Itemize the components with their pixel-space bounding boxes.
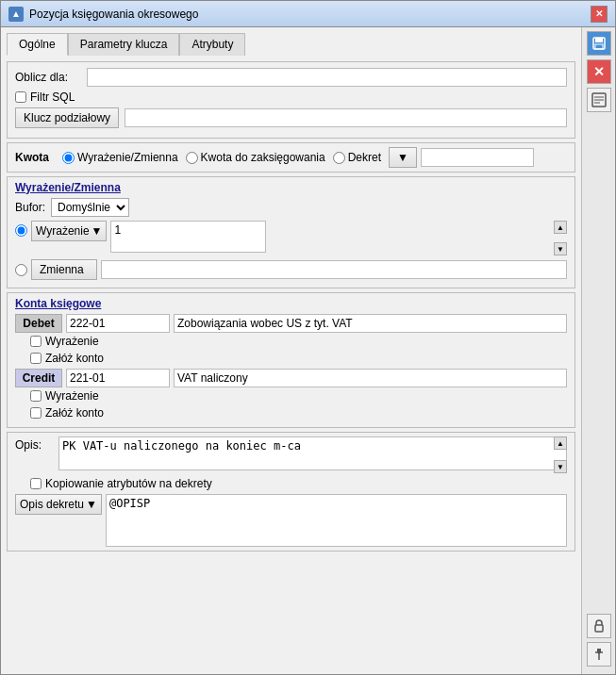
credit-zaloz-label: Załóż konto <box>45 406 104 420</box>
konta-ksiegowe-section: Konta księgowe Debet Wyrażenie Załóż kon… <box>7 292 575 428</box>
svg-rect-1 <box>595 38 603 42</box>
opis-row: Opis: PK VAT-u naliczonego na koniec m-c… <box>15 436 567 473</box>
kwota-label: Kwota <box>15 151 49 164</box>
opis-textarea-container: PK VAT-u naliczonego na koniec m-ca ▲ ▼ <box>58 436 567 473</box>
tabs: Ogólne Parametry klucza Atrybuty <box>7 33 575 56</box>
bufor-label: Bufor: <box>15 201 45 214</box>
radio-kwota-input[interactable] <box>186 152 198 164</box>
radio-wyrazenie-zmienna[interactable]: Wyrażenie/Zmienna <box>62 151 178 164</box>
radio-kwota-do-zaksiegowania[interactable]: Kwota do zaksięgowania <box>186 151 325 164</box>
credit-wyrazenie-row: Wyrażenie <box>30 389 567 403</box>
wyrazenie-zmienna-section: Wyrażenie/Zmienna Bufor: Domyślnie Tak N… <box>7 176 575 288</box>
title-bar: ▲ Pozycja księgowania okresowego ✕ <box>1 1 615 27</box>
debet-row: Debet <box>15 314 567 333</box>
kwota-section: Kwota Wyrażenie/Zmienna Kwota do zaksięg… <box>7 142 575 173</box>
zmienna-button[interactable]: Zmienna <box>31 259 97 280</box>
wyrazenie-textarea-container: 1 ▲ ▼ <box>110 221 567 255</box>
opis-section: Opis: PK VAT-u naliczonego na koniec m-c… <box>7 432 575 552</box>
debet-zaloz-checkbox[interactable] <box>30 353 42 364</box>
bufor-row: Bufor: Domyślnie Tak Nie <box>15 198 567 217</box>
dekret-area: ▼ <box>389 147 534 168</box>
wyrazenie-scrollbar: ▲ ▼ <box>554 221 567 255</box>
debet-wyrazenie-label: Wyrażenie <box>45 335 99 348</box>
tab-atrybuty[interactable]: Atrybuty <box>179 33 245 56</box>
lock-button[interactable] <box>587 614 611 638</box>
opis-scrollbar: ▲ ▼ <box>554 436 567 473</box>
wyrazenie-dropdown-button[interactable]: Wyrażenie ▼ <box>31 221 107 241</box>
filtr-sql-row: Filtr SQL <box>15 91 567 104</box>
debet-zaloz-label: Załóż konto <box>45 352 104 365</box>
save-button[interactable] <box>587 31 611 56</box>
kopiowanie-checkbox[interactable] <box>30 478 42 489</box>
window-title: Pozycja księgowania okresowego <box>29 8 198 21</box>
credit-wyrazenie-label: Wyrażenie <box>45 389 99 403</box>
credit-description-input[interactable] <box>174 369 567 387</box>
window-close-button[interactable]: ✕ <box>591 6 608 23</box>
wyrazenie-textarea[interactable]: 1 <box>110 221 266 253</box>
dekret-dropdown-button[interactable]: ▼ <box>389 147 417 168</box>
wyrazenie-radio[interactable] <box>15 224 27 237</box>
radio-wyrazenie-zmienna-input[interactable] <box>62 152 75 164</box>
klucz-podzialowy-button[interactable]: Klucz podziałowy <box>15 107 119 128</box>
credit-row: Credit <box>15 369 567 387</box>
bufor-select[interactable]: Domyślnie Tak Nie <box>51 198 129 217</box>
opis-scroll-up[interactable]: ▲ <box>554 436 567 450</box>
kopiowanie-row: Kopiowanie atrybutów na dekrety <box>30 477 567 490</box>
svg-marker-10 <box>597 649 601 654</box>
credit-wyrazenie-checkbox[interactable] <box>30 390 42 402</box>
opis-label: Opis: <box>15 436 53 452</box>
title-buttons: ✕ <box>591 6 608 23</box>
dekret-input[interactable] <box>421 148 534 167</box>
credit-zaloz-checkbox[interactable] <box>30 407 42 419</box>
opis-textarea[interactable]: PK VAT-u naliczonego na koniec m-ca <box>58 436 567 470</box>
zmienna-row: Zmienna <box>15 259 567 280</box>
scroll-up-button[interactable]: ▲ <box>554 221 567 234</box>
filtr-sql-label: Filtr SQL <box>30 91 75 104</box>
radio-dekret-input[interactable] <box>333 152 345 164</box>
klucz-row: Klucz podziałowy <box>15 107 567 128</box>
tab-parametry[interactable]: Parametry klucza <box>68 33 180 56</box>
title-bar-left: ▲ Pozycja księgowania okresowego <box>8 7 198 22</box>
sidebar: ✕ <box>581 27 615 674</box>
app-icon: ▲ <box>8 7 24 22</box>
main-window: ▲ Pozycja księgowania okresowego ✕ ✕ <box>0 0 616 675</box>
opis-scroll-down[interactable]: ▼ <box>554 460 567 473</box>
opis-dekretu-button[interactable]: Opis dekretu ▼ <box>15 494 102 515</box>
svg-rect-7 <box>595 625 603 632</box>
kopiowanie-label: Kopiowanie atrybutów na dekrety <box>45 477 212 490</box>
debet-description-input[interactable] <box>174 314 567 333</box>
debet-label: Debet <box>15 314 62 333</box>
oblicz-dla-row: Oblicz dla: <box>15 68 567 87</box>
oblicz-dla-input[interactable] <box>87 68 567 87</box>
credit-label: Credit <box>15 369 62 387</box>
debet-wyrazenie-checkbox[interactable] <box>30 336 42 347</box>
kwota-row: Kwota Wyrażenie/Zmienna Kwota do zaksięg… <box>15 147 567 168</box>
zmienna-input[interactable] <box>101 260 567 279</box>
opis-dekretu-row: Opis dekretu ▼ @OPISP <box>15 494 567 547</box>
scroll-down-button[interactable]: ▼ <box>554 242 567 255</box>
opis-dekretu-textarea[interactable]: @OPISP <box>106 494 567 547</box>
debet-account-input[interactable] <box>66 314 170 333</box>
main-content: Ogólne Parametry klucza Atrybuty Oblicz … <box>1 27 581 561</box>
tab-ogolne[interactable]: Ogólne <box>7 33 68 56</box>
debet-wyrazenie-row: Wyrażenie <box>30 335 567 348</box>
konta-ksiegowe-title: Konta księgowe <box>15 297 567 310</box>
wyrazenie-btn-label: Wyrażenie <box>36 224 90 238</box>
radio-dekret[interactable]: Dekret <box>333 151 381 164</box>
wyrazenie-dropdown: Wyrażenie ▼ <box>31 221 107 241</box>
zmienna-radio[interactable] <box>15 264 27 276</box>
opis-dekretu-label: Opis dekretu <box>20 498 84 511</box>
cancel-button[interactable]: ✕ <box>587 59 611 84</box>
credit-account-input[interactable] <box>66 369 170 387</box>
debet-zaloz-row: Załóż konto <box>30 352 567 365</box>
wyrazenie-dropdown-arrow: ▼ <box>92 224 103 238</box>
opis-dekretu-arrow: ▼ <box>86 498 97 511</box>
sidebar-bottom <box>587 614 611 667</box>
klucz-podzialowy-input[interactable] <box>125 108 567 127</box>
help-button[interactable] <box>587 88 611 112</box>
top-form-section: Oblicz dla: Filtr SQL Klucz podziałowy <box>7 61 575 139</box>
wyrazenie-zmienna-title: Wyrażenie/Zmienna <box>15 181 567 194</box>
pin-button[interactable] <box>587 642 611 667</box>
filtr-sql-checkbox[interactable] <box>15 91 26 103</box>
wyrazenie-row: Wyrażenie ▼ 1 ▲ ▼ <box>15 221 567 255</box>
